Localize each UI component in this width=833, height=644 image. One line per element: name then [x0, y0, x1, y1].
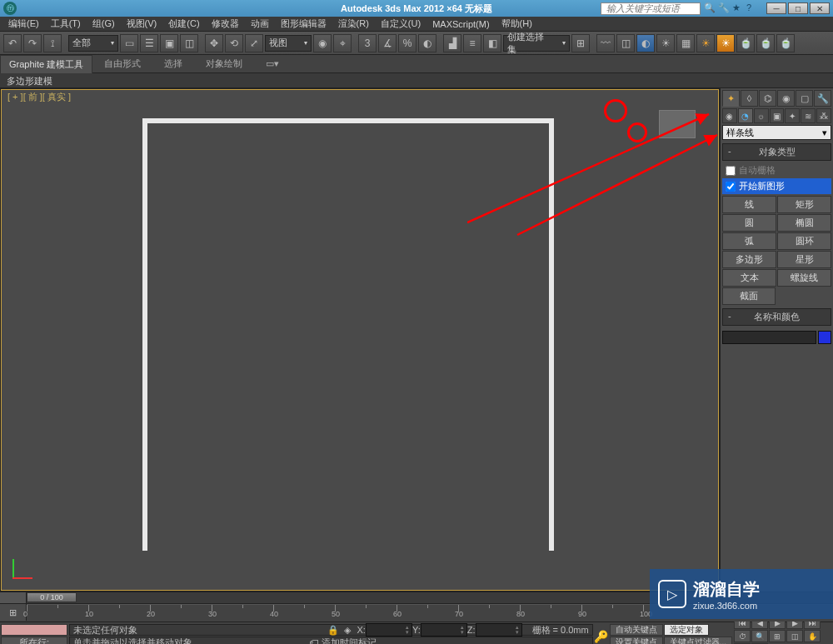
menu-tools[interactable]: 工具(T) [46, 16, 86, 32]
coord-x-input[interactable]: ▴▾ [366, 623, 412, 637]
rotate-button[interactable]: ⟲ [225, 34, 243, 52]
toggle-axis-button[interactable]: ⊞ [571, 34, 590, 52]
close-button[interactable]: ✕ [810, 2, 830, 14]
layers-button[interactable]: ◧ [483, 34, 501, 52]
teapot2-button[interactable]: 🍵 [756, 34, 775, 52]
nav-fov-button[interactable]: ◫ [786, 630, 803, 642]
create-cameras-icon[interactable]: ▣ [770, 108, 785, 123]
render-frame-button[interactable]: ▦ [676, 34, 695, 52]
angle-snap-button[interactable]: ∡ [378, 34, 397, 52]
graphite-tab-paint[interactable]: 对象绘制 [194, 55, 254, 72]
viewcube[interactable] [659, 110, 696, 138]
selection-filter-dropdown[interactable]: 全部 [68, 35, 118, 52]
create-geometry-icon[interactable]: ◉ [722, 108, 737, 123]
teapot3-button[interactable]: 🍵 [776, 34, 795, 52]
spinner-snap-button[interactable]: ◐ [418, 34, 436, 52]
create-category-dropdown[interactable]: 样条线 [722, 125, 831, 140]
object-color-swatch[interactable] [818, 331, 831, 344]
pivot-button[interactable]: ◉ [313, 34, 332, 52]
minimize-button[interactable]: ─ [766, 2, 786, 14]
create-shapes-icon[interactable]: ◔ [738, 108, 753, 123]
coord-y-input[interactable]: ▴▾ [421, 623, 467, 637]
help-icon[interactable]: ? [746, 2, 758, 14]
schematic-button[interactable]: ◫ [616, 34, 635, 52]
viewport-label[interactable]: [ + ][ 前 ][ 真实 ] [7, 91, 71, 103]
redo-button[interactable]: ↷ [23, 34, 42, 52]
key-icon[interactable]: 🔑 [594, 630, 609, 643]
graphite-tab-freeform[interactable]: 自由形式 [92, 55, 152, 72]
select-region-button[interactable]: ▣ [160, 34, 178, 52]
snap-button[interactable]: 3 [358, 34, 377, 52]
menu-create[interactable]: 创建(C) [163, 16, 204, 32]
create-arc-button[interactable]: 弧 [722, 232, 776, 250]
material-editor-button[interactable]: ◐ [636, 34, 655, 52]
nav-zoomall-button[interactable]: ⊞ [769, 630, 786, 642]
mirror-button[interactable]: ▟ [443, 34, 461, 52]
menu-help[interactable]: 帮助(H) [496, 16, 537, 32]
maximize-button[interactable]: □ [788, 2, 808, 14]
menu-modifiers[interactable]: 修改器 [207, 16, 244, 32]
cmd-tab-modify[interactable]: ◊ [741, 90, 758, 107]
cmd-tab-utilities[interactable]: 🔧 [814, 90, 831, 107]
menu-customize[interactable]: 自定义(U) [376, 16, 426, 32]
create-text-button[interactable]: 文本 [722, 269, 776, 287]
select-button[interactable]: ▭ [120, 34, 138, 52]
coord-z-input[interactable]: ▴▾ [476, 623, 522, 637]
search-icon[interactable]: 🔍 [704, 2, 716, 14]
create-ellipse-button[interactable]: 椭圆 [777, 214, 831, 232]
create-section-button[interactable]: 截面 [722, 287, 776, 305]
nav-pan-button[interactable]: ✋ [804, 630, 821, 642]
lock-icon[interactable]: 🔒 [327, 625, 339, 636]
star-icon[interactable]: ★ [732, 2, 744, 14]
create-line-button[interactable]: 线 [722, 196, 776, 213]
select-name-button[interactable]: ☰ [140, 34, 158, 52]
curve-editor-button[interactable]: 〰 [596, 34, 615, 52]
create-donut-button[interactable]: 圆环 [777, 232, 831, 250]
ref-coord-dropdown[interactable]: 视图 [265, 35, 312, 52]
autokey-button[interactable]: 自动关键点 [610, 624, 663, 636]
location-button[interactable]: 所在行: [1, 637, 67, 644]
cmd-tab-hierarchy[interactable]: ⌬ [759, 90, 776, 107]
autogrid-checkbox[interactable]: 自动栅格 [722, 162, 831, 178]
menu-group[interactable]: 组(G) [87, 16, 120, 32]
isolate-icon[interactable]: ◈ [344, 625, 351, 636]
create-star-button[interactable]: 星形 [777, 251, 831, 268]
create-systems-icon[interactable]: ⁂ [816, 108, 831, 123]
rollout-object-type[interactable]: 对象类型 [722, 143, 831, 161]
undo-button[interactable]: ↶ [3, 34, 22, 52]
align-button[interactable]: ≡ [463, 34, 481, 52]
create-lights-icon[interactable]: ☼ [754, 108, 769, 123]
help-search-input[interactable] [601, 2, 701, 15]
keyfilter-button[interactable]: 关键点过滤器... [664, 637, 732, 644]
app-icon[interactable]: ⓜ [3, 2, 17, 15]
setkey-button[interactable]: 设置关键点 [610, 637, 663, 644]
menu-views[interactable]: 视图(V) [122, 16, 162, 32]
named-sel-set-dropdown[interactable]: 创建选择集 [503, 35, 570, 52]
window-crossing-button[interactable]: ◫ [180, 34, 198, 52]
time-slider-handle[interactable]: 0 / 100 [27, 592, 77, 602]
create-ngon-button[interactable]: 多边形 [722, 251, 776, 268]
nav-zoom-button[interactable]: 🔍 [751, 630, 768, 642]
scale-button[interactable]: ⤢ [245, 34, 263, 52]
ribbon-toggle-icon[interactable]: ▭▾ [254, 56, 291, 72]
menu-edit[interactable]: 编辑(E) [3, 16, 44, 32]
create-circle-button[interactable]: 圆 [722, 214, 776, 232]
render-setup-button[interactable]: ☀ [656, 34, 675, 52]
quick-render-button[interactable]: ☀ [716, 34, 735, 52]
create-helix-button[interactable]: 螺旋线 [777, 269, 831, 287]
object-name-input[interactable] [722, 331, 816, 344]
percent-snap-button[interactable]: % [398, 34, 416, 52]
time-tag-icon[interactable]: 🏷 [309, 637, 318, 644]
maxscript-mini-listener[interactable] [1, 624, 67, 636]
move-button[interactable]: ✥ [205, 34, 223, 52]
create-spacewarps-icon[interactable]: ≋ [801, 108, 816, 123]
key-icon[interactable]: 🔧 [718, 2, 730, 14]
graphite-tab-modeling[interactable]: Graphite 建模工具 [0, 55, 92, 73]
cmd-tab-display[interactable]: ▢ [796, 90, 813, 107]
menu-animation[interactable]: 动画 [246, 16, 274, 32]
selected-set-dropdown[interactable]: 选定对象 [664, 624, 709, 636]
teapot1-button[interactable]: 🍵 [736, 34, 755, 52]
render-button[interactable]: ☀ [696, 34, 715, 52]
cmd-tab-motion[interactable]: ◉ [777, 90, 795, 107]
viewport-front[interactable]: [ + ][ 前 ][ 真实 ] [0, 88, 720, 592]
